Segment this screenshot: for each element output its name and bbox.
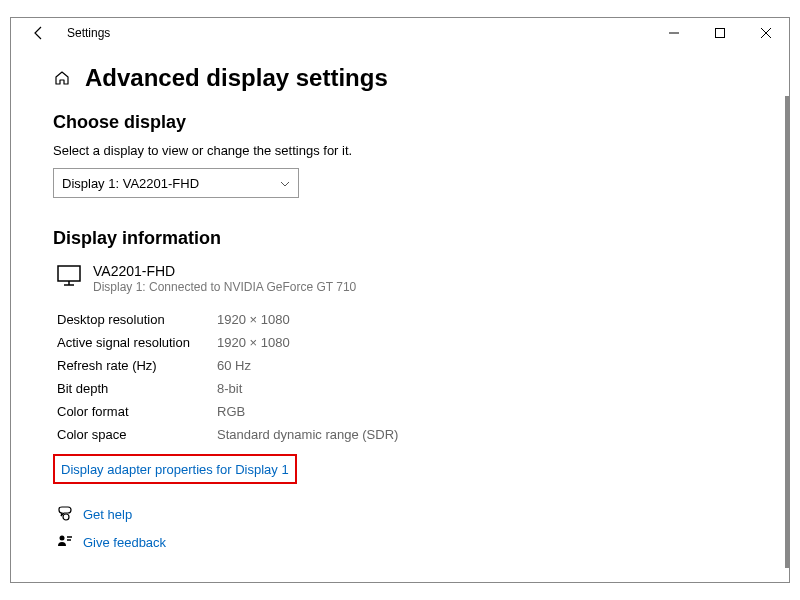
display-selector-dropdown[interactable]: Display 1: VA2201-FHD — [53, 168, 299, 198]
info-row: Desktop resolution1920 × 1080 — [57, 308, 753, 331]
info-value: RGB — [217, 404, 245, 419]
home-icon[interactable] — [53, 69, 71, 87]
window-controls — [651, 18, 789, 48]
display-selector-value: Display 1: VA2201-FHD — [62, 176, 199, 191]
chevron-down-icon — [280, 178, 290, 189]
monitor-summary: VA2201-FHD Display 1: Connected to NVIDI… — [57, 263, 753, 294]
window-title: Settings — [67, 26, 110, 40]
info-label: Desktop resolution — [57, 312, 217, 327]
monitor-name: VA2201-FHD — [93, 263, 356, 279]
titlebar: Settings — [11, 18, 789, 48]
info-value: 1920 × 1080 — [217, 335, 290, 350]
maximize-button[interactable] — [697, 18, 743, 48]
feedback-icon — [57, 534, 73, 550]
info-label: Refresh rate (Hz) — [57, 358, 217, 373]
give-feedback-link: Give feedback — [83, 535, 166, 550]
info-value: 1920 × 1080 — [217, 312, 290, 327]
help-links: Get help Give feedback — [57, 500, 753, 556]
display-information-title: Display information — [53, 228, 753, 249]
back-button[interactable] — [27, 21, 51, 45]
svg-point-7 — [63, 514, 69, 520]
display-adapter-properties-link[interactable]: Display adapter properties for Display 1 — [61, 462, 289, 477]
info-value: 8-bit — [217, 381, 242, 396]
svg-rect-1 — [716, 29, 725, 38]
svg-rect-4 — [58, 266, 80, 281]
info-label: Active signal resolution — [57, 335, 217, 350]
scrollbar[interactable] — [785, 96, 789, 568]
get-help-row[interactable]: Get help — [57, 500, 753, 528]
choose-display-hint: Select a display to view or change the s… — [53, 143, 753, 158]
highlight-annotation: Display adapter properties for Display 1 — [53, 454, 297, 484]
content-area: Advanced display settings Choose display… — [11, 48, 789, 582]
settings-window: Settings Advanced display settings Choos… — [10, 17, 790, 583]
display-info-table: Desktop resolution1920 × 1080 Active sig… — [57, 308, 753, 446]
info-row: Bit depth8-bit — [57, 377, 753, 400]
page-header: Advanced display settings — [53, 64, 753, 92]
page-title: Advanced display settings — [85, 64, 388, 92]
monitor-connection: Display 1: Connected to NVIDIA GeForce G… — [93, 280, 356, 294]
svg-point-8 — [60, 536, 65, 541]
info-label: Bit depth — [57, 381, 217, 396]
monitor-icon — [57, 265, 81, 287]
close-button[interactable] — [743, 18, 789, 48]
help-icon — [57, 506, 73, 522]
info-value: Standard dynamic range (SDR) — [217, 427, 398, 442]
info-row: Active signal resolution1920 × 1080 — [57, 331, 753, 354]
info-row: Color spaceStandard dynamic range (SDR) — [57, 423, 753, 446]
info-value: 60 Hz — [217, 358, 251, 373]
info-label: Color space — [57, 427, 217, 442]
minimize-button[interactable] — [651, 18, 697, 48]
get-help-link: Get help — [83, 507, 132, 522]
choose-display-title: Choose display — [53, 112, 753, 133]
info-row: Refresh rate (Hz)60 Hz — [57, 354, 753, 377]
info-row: Color formatRGB — [57, 400, 753, 423]
give-feedback-row[interactable]: Give feedback — [57, 528, 753, 556]
info-label: Color format — [57, 404, 217, 419]
